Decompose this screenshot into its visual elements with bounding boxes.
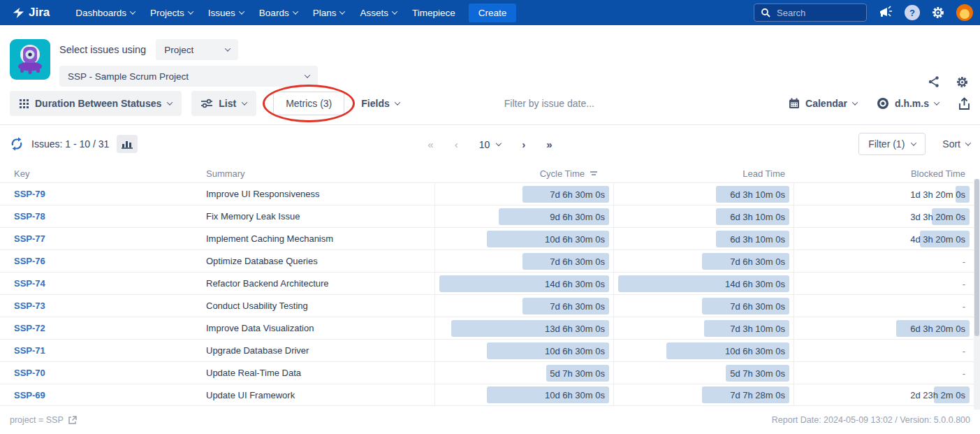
lead-time-value: 6d 3h 10m 0s	[730, 233, 785, 244]
chevron-down-icon	[965, 140, 971, 145]
view-button[interactable]: List	[191, 91, 256, 116]
search-input[interactable]	[775, 7, 852, 19]
column-header-lead-time[interactable]: Lead Time	[613, 168, 793, 179]
issue-key-link[interactable]: SSP-73	[0, 295, 199, 317]
nav-item-projects[interactable]: Projects	[142, 8, 200, 18]
column-header-cycle-time[interactable]: Cycle Time	[434, 168, 613, 179]
chart-view-button[interactable]	[117, 135, 138, 153]
issue-key-link[interactable]: SSP-69	[0, 384, 199, 405]
table-row: SSP-72Improve Data Visualization13d 6h 3…	[0, 317, 974, 339]
nav-item-plans[interactable]: Plans	[305, 8, 353, 18]
filter-button[interactable]: Filter (1)	[858, 133, 926, 155]
issue-key-link[interactable]: SSP-77	[0, 228, 199, 249]
time-format-button[interactable]: d.h.m.s	[877, 97, 939, 110]
column-filter-icon[interactable]	[590, 170, 598, 177]
report-type-button[interactable]: Duration Between Statuses	[10, 91, 182, 116]
nav-item-label: Timepiece	[412, 8, 455, 18]
sort-button[interactable]: Sort	[942, 138, 970, 150]
navbar-search[interactable]	[754, 3, 867, 22]
blocked-time-value: -	[963, 345, 965, 356]
cycle-time-cell: 13d 6h 30m 0s	[434, 317, 613, 339]
chevron-down-icon	[305, 72, 310, 78]
issue-summary: Conduct Usability Testing	[199, 295, 434, 317]
settings-icon[interactable]	[931, 6, 945, 20]
pagination-next-button[interactable]: ›	[522, 138, 525, 150]
nav-item-issues[interactable]: Issues	[200, 8, 251, 18]
cycle-time-value: 7d 6h 30m 0s	[550, 301, 605, 311]
jira-logo[interactable]: Jira	[11, 6, 50, 20]
lead-time-cell: 6d 3h 10m 0s	[613, 228, 793, 249]
lead-time-value: 5d 7h 30m 0s	[730, 368, 785, 378]
blocked-time-value: 1d 3h 20m 0s	[910, 189, 965, 199]
nav-item-timepiece[interactable]: Timepiece	[404, 8, 463, 18]
blocked-time-cell: 3d 3h 20m 0s	[793, 205, 974, 227]
issue-key-link[interactable]: SSP-72	[0, 317, 199, 339]
select-mode-dropdown[interactable]: Project	[156, 39, 238, 60]
nav-item-label: Boards	[259, 8, 289, 18]
lead-time-cell: 7d 6h 30m 0s	[613, 250, 793, 272]
issue-date-filter-input[interactable]	[503, 97, 629, 110]
blocked-time-cell: -	[793, 362, 974, 384]
pagination: « ‹ 10 › »	[427, 138, 552, 150]
create-button[interactable]: Create	[469, 3, 517, 22]
page-size-dropdown[interactable]: 10	[479, 138, 502, 150]
nav-item-boards[interactable]: Boards	[251, 8, 305, 18]
issue-key-link[interactable]: SSP-74	[0, 273, 199, 294]
help-icon[interactable]: ?	[905, 5, 920, 20]
report-footer: project = SSP Report Date: 2024-05-09 13…	[0, 415, 980, 425]
chevron-down-icon	[188, 8, 193, 14]
user-avatar[interactable]	[956, 4, 973, 21]
external-link-icon[interactable]	[68, 416, 77, 425]
column-header-summary[interactable]: Summary	[199, 168, 434, 179]
project-dropdown-value: SSP - Sample Scrum Project	[68, 71, 189, 82]
nav-item-dashboards[interactable]: Dashboards	[68, 8, 142, 18]
nav-item-assets[interactable]: Assets	[352, 8, 404, 18]
clock-icon	[877, 97, 889, 110]
cycle-time-value: 10d 6h 30m 0s	[545, 233, 605, 244]
chevron-down-icon	[852, 99, 858, 105]
table-row: SSP-73Conduct Usability Testing7d 6h 30m…	[0, 294, 974, 317]
issue-key-link[interactable]: SSP-76	[0, 250, 199, 272]
jira-logo-icon	[11, 6, 24, 20]
fields-button[interactable]: Fields	[353, 91, 407, 116]
export-icon[interactable]	[958, 97, 970, 110]
cycle-time-value: 13d 6h 30m 0s	[545, 323, 605, 333]
announcements-icon[interactable]	[878, 6, 893, 20]
chevron-down-icon	[239, 8, 244, 14]
cycle-time-cell: 10d 6h 30m 0s	[434, 384, 613, 405]
issue-key-link[interactable]: SSP-78	[0, 205, 199, 227]
issue-key-link[interactable]: SSP-79	[0, 183, 199, 205]
nav-item-label: Issues	[208, 8, 235, 18]
nav-item-label: Dashboards	[75, 8, 126, 18]
metrics-button[interactable]: Metrics (3)	[273, 92, 344, 115]
chevron-down-icon	[167, 99, 173, 105]
lead-time-value: 6d 3h 10m 0s	[730, 211, 785, 222]
issue-summary: Improve UI Responsiveness	[199, 183, 434, 205]
calendar-button[interactable]: Calendar	[789, 98, 857, 109]
pagination-last-button[interactable]: »	[546, 138, 552, 150]
column-header-blocked-time[interactable]: Blocked Time	[793, 168, 974, 179]
pagination-prev-button[interactable]: ‹	[455, 138, 458, 150]
refresh-icon[interactable]	[10, 137, 24, 151]
lead-time-value: 7d 3h 10m 0s	[730, 323, 785, 333]
scrollbar-thumb[interactable]	[974, 179, 979, 336]
chevron-down-icon	[934, 99, 939, 105]
project-dropdown[interactable]: SSP - Sample Scrum Project	[59, 66, 318, 87]
table-row: SSP-71Upgrade Database Driver10d 6h 30m …	[0, 339, 974, 361]
lead-time-value: 14d 6h 30m 0s	[725, 278, 785, 289]
column-header-key[interactable]: Key	[0, 168, 199, 179]
lead-time-value: 7d 6h 30m 0s	[730, 256, 785, 266]
calendar-icon	[789, 98, 800, 109]
pagination-first-button[interactable]: «	[427, 138, 433, 150]
table-row: SSP-74Refactor Backend Architecture14d 6…	[0, 272, 974, 294]
issues-count-label: Issues: 1 - 10 / 31	[31, 138, 109, 150]
table-row: SSP-69Update UI Framework10d 6h 30m 0s7d…	[0, 384, 974, 406]
cycle-time-cell: 9d 6h 30m 0s	[434, 205, 613, 227]
issue-key-link[interactable]: SSP-70	[0, 362, 199, 384]
blocked-time-cell: 2d 23h 2m 0s	[793, 384, 974, 405]
cycle-time-cell: 7d 6h 30m 0s	[434, 250, 613, 272]
issue-summary: Update Real-Time Data	[199, 362, 434, 384]
vertical-scrollbar	[974, 179, 980, 410]
issue-key-link[interactable]: SSP-71	[0, 340, 199, 361]
lead-time-cell: 6d 3h 10m 0s	[613, 205, 793, 227]
